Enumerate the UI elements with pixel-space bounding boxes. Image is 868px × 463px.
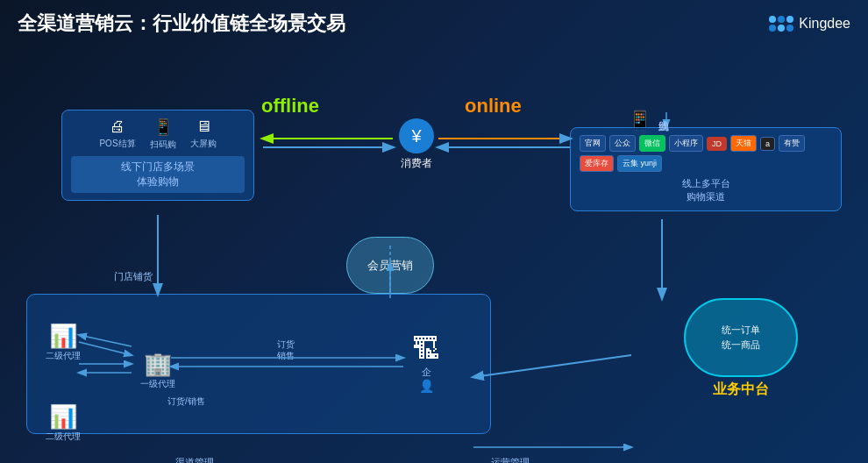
second-agent-top-label: 二级代理: [46, 350, 81, 362]
enterprise-building-icon: 🏗: [412, 333, 440, 366]
jd-item: JD: [707, 137, 727, 151]
second-agent-top: 📊 二级代理: [46, 323, 81, 362]
second-agent-bottom-box: 📊 二级代理: [46, 403, 81, 443]
online-platforms-box: 官网 公众 微信 小程序 JD 天猫 a 有赞 爱库存 云集 yunji 线上多…: [570, 127, 842, 211]
enterprise-icon: 🏗 企 👤: [412, 333, 440, 393]
first-agent-icon: 🏢: [144, 351, 172, 378]
second-agent-bottom-label: 二级代理: [46, 431, 81, 443]
sales-label: 销售: [277, 350, 295, 362]
logo: Kingdee: [769, 16, 850, 32]
screen-item: 🖥 大屏购: [190, 118, 217, 151]
second-agent-top-box: 📊 二级代理: [46, 323, 81, 362]
guanwang-item: 官网: [580, 135, 606, 152]
scan-label: 扫码购: [150, 139, 176, 151]
main-content: offline online ¥ 消费者 📱 🖨 POS结算 📱 扫码购 🖥 大…: [0, 44, 868, 459]
logo-dots: [769, 16, 793, 32]
header: 全渠道营销云：行业价值链全场景交易 Kingdee: [0, 0, 868, 44]
store-stock-label: 门店铺货: [114, 270, 153, 283]
logo-dot-6: [786, 25, 793, 32]
pos-icon: 🖨: [110, 118, 125, 136]
channel-mgmt-label: 渠道管理: [175, 456, 214, 463]
svg-line-7: [473, 355, 631, 377]
logo-dot-5: [778, 25, 785, 32]
membership-cloud: 会员营销: [346, 237, 434, 294]
scan-icon: 📱: [153, 118, 173, 137]
offline-store-icons: 🖨 POS结算 📱 扫码购 🖥 大屏购: [71, 118, 245, 151]
yuncollect-item: 云集 yunji: [617, 155, 662, 172]
biz-cloud-shape: 统一订单 统一商品: [684, 298, 798, 377]
scan-item: 📱 扫码购: [150, 118, 176, 151]
order-label: 订货: [277, 338, 295, 351]
second-agent-top-icon: 📊: [49, 323, 77, 350]
logo-dot-4: [769, 25, 776, 32]
membership-cloud-shape: 会员营销: [346, 237, 434, 294]
aihuishou-item: 爱库存: [580, 155, 614, 172]
order-sales-label: 订货/销售: [167, 395, 205, 408]
logo-dot-3: [786, 16, 793, 23]
amazon-item: a: [760, 137, 775, 151]
first-agent: 🏢 一级代理: [140, 351, 175, 390]
second-agent-bottom: 📊 二级代理: [46, 403, 81, 443]
enterprise-person-icon: 👤: [419, 379, 434, 393]
platform-icons-row: 官网 公众 微信 小程序 JD 天猫 a 有赞 爱库存 云集 yunji: [580, 135, 832, 172]
biz-sub1: 统一订单: [722, 324, 760, 337]
enterprise-label: 企: [422, 366, 431, 379]
logo-dot-1: [769, 16, 776, 23]
screen-label: 大屏购: [190, 138, 217, 150]
first-agent-label: 一级代理: [140, 378, 175, 390]
offline-store-label: 线下门店多场景 体验购物: [71, 156, 245, 193]
consumer-box: ¥ 消费者: [399, 118, 434, 171]
tianmao-item: 天猫: [730, 135, 757, 152]
logo-text: Kingdee: [799, 16, 850, 32]
ops-mgmt-label: 运营管理: [491, 456, 530, 463]
wechat-item: 微信: [639, 135, 665, 152]
consumer-label: 消费者: [401, 156, 432, 171]
screen-icon: 🖥: [196, 118, 211, 136]
consumer-icon: ¥: [399, 118, 434, 153]
offline-store-box: 🖨 POS结算 📱 扫码购 🖥 大屏购 线下门店多场景 体验购物: [61, 110, 254, 201]
logo-dot-2: [778, 16, 785, 23]
public-item: 公众: [609, 135, 636, 152]
youzan-item: 有赞: [779, 135, 805, 152]
second-agent-bottom-icon: 📊: [49, 403, 77, 431]
pos-item: 🖨 POS结算: [99, 118, 135, 151]
offline-label: offline: [261, 95, 319, 118]
online-label: online: [465, 95, 522, 118]
biz-platform-title: 业务中台: [713, 381, 769, 399]
online-platforms-label: 线上多平台 购物渠道: [580, 177, 832, 203]
pos-label: POS结算: [99, 138, 135, 150]
page-title: 全渠道营销云：行业价值链全场景交易: [18, 11, 345, 37]
membership-label: 会员营销: [367, 258, 413, 274]
biz-sub2: 统一商品: [722, 338, 760, 352]
biz-cloud: 统一订单 统一商品 业务中台: [684, 298, 798, 399]
miniapp-item: 小程序: [669, 135, 703, 152]
